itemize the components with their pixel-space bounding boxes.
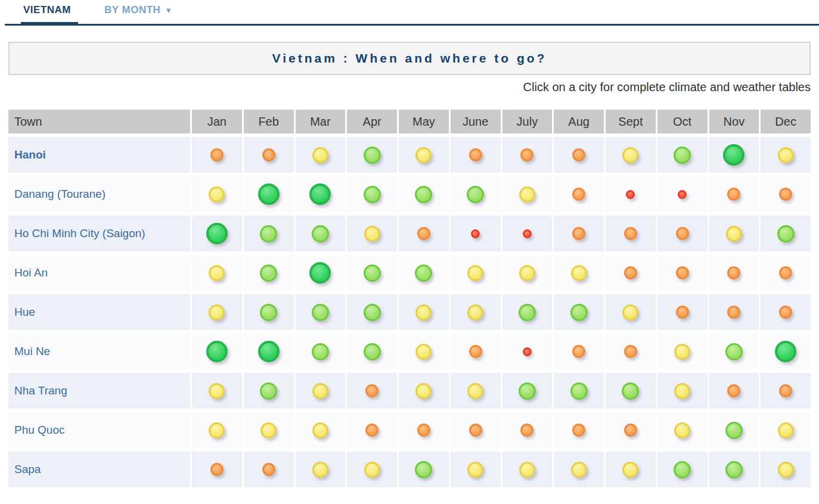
rating-cell — [296, 452, 346, 487]
rating-cell — [192, 412, 242, 448]
city-link[interactable]: Phu Quoc — [14, 424, 65, 436]
rating-dot-excellent — [309, 262, 331, 284]
table-row: Hoi An — [8, 255, 811, 291]
subtitle: Click on a city for complete climate and… — [8, 80, 811, 94]
rating-dot-good — [364, 265, 381, 282]
rating-dot-fair — [415, 383, 432, 399]
rating-dot-poor — [210, 148, 224, 161]
rating-dot-good — [364, 186, 381, 203]
tab-vietnam[interactable]: VIETNAM — [21, 4, 73, 24]
rating-dot-good — [622, 382, 639, 400]
tab-by-month[interactable]: BY MONTH▼ — [102, 4, 175, 24]
rating-cell — [761, 176, 811, 212]
rating-cell — [244, 216, 294, 251]
rating-cell — [244, 412, 294, 448]
rating-dot-poor — [210, 463, 224, 476]
rating-cell — [347, 373, 397, 409]
rating-dot-good — [312, 343, 329, 360]
city-cell: Hanoi — [8, 137, 190, 173]
col-header-month-mar: Mar — [296, 110, 346, 133]
rating-cell — [709, 334, 759, 369]
rating-cell — [347, 452, 397, 487]
rating-dot-fair — [778, 422, 794, 438]
rating-cell — [709, 373, 759, 409]
rating-cell — [296, 373, 346, 409]
col-header-month-june: June — [451, 110, 501, 133]
rating-cell — [606, 216, 656, 251]
city-link[interactable]: Danang (Tourane) — [14, 188, 106, 200]
rating-dot-fair — [312, 383, 328, 399]
rating-dot-fair — [415, 304, 432, 321]
col-header-month-jan: Jan — [192, 110, 242, 133]
tab-vietnam-label: VIETNAM — [23, 4, 71, 15]
rating-dot-fair — [467, 265, 483, 281]
city-link[interactable]: Hanoi — [14, 148, 46, 161]
rating-dot-fair — [519, 462, 535, 478]
table-row: Phu Quoc — [8, 412, 811, 448]
rating-cell — [399, 452, 449, 487]
rating-dot-fair — [519, 186, 535, 203]
rating-cell — [554, 176, 604, 212]
rating-dot-fair — [209, 383, 225, 399]
rating-cell — [244, 373, 294, 409]
rating-dot-poor — [624, 424, 637, 437]
rating-cell — [451, 373, 501, 409]
city-cell: Danang (Tourane) — [8, 176, 190, 212]
rating-dot-poor — [779, 306, 792, 319]
rating-cell — [554, 412, 604, 448]
rating-cell — [192, 294, 242, 330]
rating-cell — [192, 373, 242, 409]
rating-dot-poor — [676, 227, 689, 240]
rating-cell — [399, 255, 449, 291]
city-link[interactable]: Hue — [14, 306, 35, 318]
city-link[interactable]: Ho Chi Minh City (Saigon) — [14, 227, 145, 239]
rating-cell — [606, 334, 656, 369]
rating-cell — [761, 452, 811, 487]
col-header-month-aug: Aug — [554, 110, 604, 133]
rating-dot-poor — [520, 424, 533, 437]
rating-dot-excellent — [309, 183, 331, 205]
col-header-month-oct: Oct — [657, 110, 708, 133]
rating-dot-poor — [624, 345, 637, 358]
rating-dot-good — [725, 461, 743, 478]
rating-cell — [399, 294, 449, 330]
rating-cell — [657, 373, 708, 409]
rating-dot-fair — [312, 422, 328, 438]
city-link[interactable]: Mui Ne — [14, 345, 50, 357]
rating-dot-fair — [571, 265, 587, 281]
rating-cell — [347, 255, 397, 291]
rating-cell — [606, 255, 656, 291]
rating-cell — [347, 412, 397, 448]
rating-cell — [761, 216, 811, 251]
rating-dot-fair — [622, 304, 638, 321]
rating-cell — [451, 334, 501, 369]
rating-dot-good — [674, 147, 691, 164]
rating-dot-poor — [417, 424, 430, 437]
table-row: Mui Ne — [8, 334, 811, 369]
rating-cell — [502, 373, 553, 409]
city-link[interactable]: Nha Trang — [14, 384, 67, 397]
rating-dot-poor — [365, 424, 379, 437]
rating-dot-fair — [415, 147, 432, 163]
rating-cell — [554, 373, 604, 409]
rating-dot-fair — [209, 265, 225, 281]
rating-cell — [606, 137, 656, 173]
city-link[interactable]: Hoi An — [14, 266, 48, 279]
rating-dot-poor — [469, 148, 482, 161]
rating-cell — [761, 294, 811, 330]
rating-dot-good — [570, 304, 588, 321]
rating-cell — [657, 216, 708, 251]
rating-cell — [192, 452, 242, 487]
rating-dot-good — [312, 225, 329, 242]
tab-bar: VIETNAM BY MONTH▼ — [5, 0, 819, 26]
rating-cell — [296, 176, 346, 212]
table-row: Hue — [8, 294, 811, 330]
rating-dot-poor — [727, 306, 740, 319]
city-link[interactable]: Sapa — [14, 463, 41, 475]
rating-dot-poor — [676, 306, 689, 319]
rating-dot-poor — [469, 345, 482, 358]
rating-cell — [709, 255, 759, 291]
rating-dot-good — [312, 304, 329, 321]
rating-dot-good — [570, 382, 588, 400]
col-header-month-dec: Dec — [761, 110, 811, 133]
